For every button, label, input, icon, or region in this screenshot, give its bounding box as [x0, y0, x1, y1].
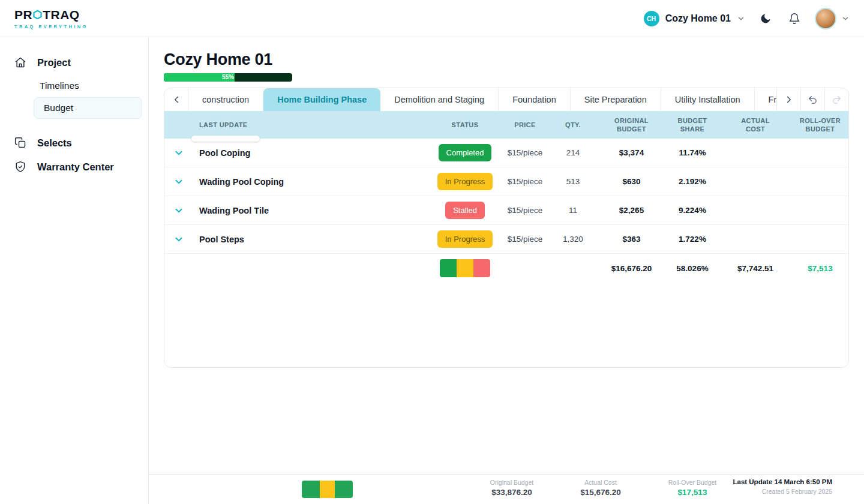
status-badge: In Progress [437, 173, 493, 190]
chevron-down-icon [173, 234, 184, 245]
tabs-scroll-right-button[interactable] [776, 88, 800, 111]
tab-utility-installation[interactable]: Utility Installation [661, 88, 755, 111]
header-last-update: LAST UPDATE [193, 121, 429, 129]
budget-distribution-bar [302, 481, 353, 498]
item-name: Pool Coping [193, 148, 429, 158]
chevron-right-icon [784, 94, 794, 105]
total-rollover: $7,513 [792, 264, 848, 273]
tab-demolition-and-staging[interactable]: Demolition and Staging [380, 88, 499, 111]
cell-price: $15/piece [501, 235, 549, 244]
cell-original-budget: $630 [597, 177, 666, 186]
total-budget-share: 58.026% [666, 264, 719, 273]
footer-stat-label: Roll-Over Budget [668, 479, 717, 486]
scroll-thumb[interactable] [191, 136, 260, 142]
status-badge: Stalled [445, 202, 485, 219]
tab-foundation[interactable]: Foundation [499, 88, 571, 111]
sidebar-item-label: Warranty Center [37, 161, 114, 173]
project-avatar: CH [644, 11, 659, 26]
chevron-down-icon [841, 14, 850, 23]
header-original-budget: ORIGINAL BUDGET [597, 116, 666, 134]
project-name: Cozy Home 01 [665, 13, 731, 24]
sidebar-item-label: Selects [37, 137, 72, 149]
tab-construction[interactable]: construction [188, 88, 263, 111]
tab-site-preparation[interactable]: Site Preparation [571, 88, 661, 111]
tabs-scroll-area: construction Home Building Phase Demolit… [188, 88, 776, 111]
sidebar-item-timelines[interactable]: Timelines [34, 76, 142, 96]
footer-stat-label: Original Budget [490, 479, 533, 486]
header-rollover-budget: ROLL-OVER BUDGET [792, 116, 848, 134]
sidebar-item-label: Timelines [40, 80, 79, 91]
progress-label: 55% [164, 73, 292, 82]
footer-stat-value: $17,513 [668, 488, 717, 497]
notifications-button[interactable] [786, 10, 803, 27]
user-avatar [815, 8, 836, 29]
chevron-down-icon [173, 205, 184, 216]
warranty-icon [14, 161, 26, 173]
project-icon [14, 56, 26, 68]
sidebar-item-warranty-center[interactable]: Warranty Center [0, 155, 148, 179]
chevron-down-icon [737, 14, 745, 23]
cell-qty: 214 [549, 148, 597, 157]
status-badge: Completed [439, 144, 492, 161]
tab-framing-and-structure[interactable]: Framing and Stru [755, 88, 776, 111]
cell-qty: 1,320 [549, 235, 597, 244]
undo-icon [808, 95, 818, 105]
item-name: Pool Steps [193, 235, 429, 244]
created-text: Created 5 February 2025 [733, 488, 832, 495]
selects-icon [14, 137, 26, 149]
footer-last-update: Last Update 14 March 6:50 PM Created 5 F… [733, 478, 832, 495]
total-actual-cost: $7,742.51 [719, 264, 792, 273]
project-progress-bar: 55% [164, 73, 292, 82]
brand-name-pre: PR [14, 8, 32, 22]
footer-stat-value: $15,676.20 [580, 488, 621, 497]
tabs-scroll-left-button[interactable] [164, 88, 188, 111]
cell-budget-share: 11.74% [666, 148, 719, 157]
footer: Original Budget $33,876.20 Actual Cost $… [149, 474, 864, 504]
header-actual-cost: ACTUAL COST [719, 116, 792, 134]
header-qty: QTY. [549, 121, 597, 129]
sidebar-item-budget[interactable]: Budget [34, 97, 142, 119]
table-row[interactable]: Wading Pool Coping In Progress $15/piece… [164, 167, 848, 196]
brand-name-post: TRAQ [43, 8, 80, 22]
item-name: Wading Pool Coping [193, 177, 429, 187]
header-price: PRICE [501, 121, 549, 129]
chevron-left-icon [171, 94, 182, 105]
undo-button[interactable] [800, 88, 824, 111]
table-row[interactable]: Pool Coping Completed $15/piece 214 $3,3… [164, 139, 848, 167]
cell-original-budget: $2,265 [597, 206, 666, 215]
dark-mode-toggle[interactable] [757, 10, 774, 27]
project-switcher[interactable]: CH Cozy Home 01 [644, 11, 745, 26]
cell-price: $15/piece [501, 177, 549, 186]
table-row[interactable]: Pool Steps In Progress $15/piece 1,320 $… [164, 225, 848, 254]
expand-row-button[interactable] [164, 205, 193, 216]
header-status: STATUS [429, 121, 501, 129]
expand-row-button[interactable] [164, 176, 193, 187]
page-title: Cozy Home 01 [164, 50, 849, 68]
chevron-down-icon [173, 176, 184, 187]
sidebar-item-project[interactable]: Project [0, 50, 148, 74]
main-content: Cozy Home 01 55% construction Home Build… [149, 37, 864, 474]
cell-budget-share: 2.192% [666, 177, 719, 186]
footer-original-budget: Original Budget $33,876.20 [490, 479, 533, 497]
cell-price: $15/piece [501, 148, 549, 157]
table-header: LAST UPDATE STATUS PRICE QTY. ORIGINAL B… [164, 111, 848, 139]
expand-row-button[interactable] [164, 234, 193, 245]
status-distribution-bar [440, 259, 490, 277]
cell-qty: 513 [549, 177, 597, 186]
brand-tagline: TRAQ EVERYTHING [14, 24, 88, 29]
tab-home-building-phase[interactable]: Home Building Phase [263, 88, 380, 111]
header-budget-share: BUDGET SHARE [666, 116, 719, 134]
phase-tabs: construction Home Building Phase Demolit… [164, 88, 848, 111]
cell-original-budget: $363 [597, 235, 666, 244]
redo-button[interactable] [824, 88, 848, 111]
user-menu[interactable] [815, 8, 850, 29]
sidebar-item-label: Budget [44, 103, 73, 113]
expand-row-button[interactable] [164, 148, 193, 158]
sidebar-item-selects[interactable]: Selects [0, 131, 148, 155]
table-row[interactable]: Wading Pool Tile Stalled $15/piece 11 $2… [164, 196, 848, 225]
chevron-down-icon [173, 148, 184, 158]
sidebar: Project Timelines Budget Selects Warrant… [0, 37, 149, 504]
total-original-budget: $16,676.20 [597, 264, 666, 273]
brand-name: PR TRAQ [14, 8, 88, 22]
sidebar-item-label: Project [37, 57, 71, 68]
